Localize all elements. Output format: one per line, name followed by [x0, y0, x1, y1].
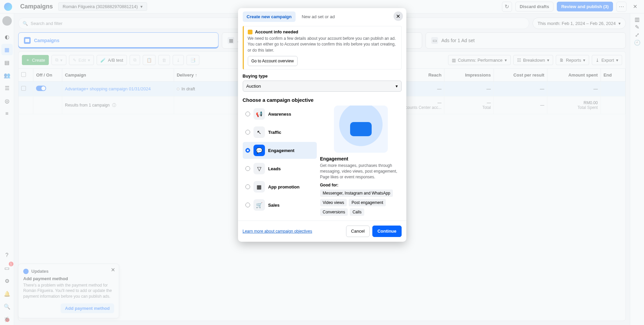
- objective-awareness[interactable]: 📢 Awareness: [243, 106, 317, 122]
- radio-icon: [245, 184, 250, 189]
- objective-sales-label: Sales: [268, 203, 280, 208]
- objective-detail-desc: Get more messages, purchases through mes…: [320, 163, 402, 180]
- buying-type-value: Auction: [246, 84, 261, 89]
- good-for-label: Good for:: [320, 183, 402, 187]
- objective-sales[interactable]: 🛒 Sales: [243, 197, 317, 213]
- create-campaign-modal: ✕ Create new campaign New ad set or ad A…: [238, 8, 406, 242]
- chip-conversions: Conversions: [320, 208, 348, 216]
- megaphone-icon: 📢: [253, 108, 265, 120]
- modal-close-button[interactable]: ✕: [394, 11, 403, 21]
- radio-icon: [245, 148, 250, 153]
- learn-more-link[interactable]: Learn more about campaign objectives: [243, 229, 312, 234]
- radio-icon: [245, 112, 250, 116]
- cursor-icon: ↖: [253, 126, 265, 138]
- chevron-down-icon: ▾: [396, 84, 398, 89]
- modal-tab-new-ad[interactable]: New ad set or ad: [298, 11, 339, 22]
- objective-engagement[interactable]: 💬 Engagement: [243, 142, 317, 159]
- apps-icon: ▦: [253, 181, 265, 193]
- alert-body: We need to confirm a few details about y…: [248, 36, 398, 53]
- objective-engagement-label: Engagement: [268, 148, 295, 153]
- cart-icon: 🛒: [253, 199, 265, 211]
- objective-awareness-label: Awareness: [268, 112, 291, 117]
- cancel-button[interactable]: Cancel: [346, 226, 370, 237]
- funnel-icon: ▽: [253, 163, 265, 174]
- objective-leads-label: Leads: [268, 166, 281, 171]
- radio-icon: [245, 166, 250, 171]
- continue-button[interactable]: Continue: [372, 226, 401, 237]
- modal-tab-create-campaign[interactable]: Create new campaign: [243, 11, 296, 22]
- objective-app-label: App promotion: [268, 184, 300, 189]
- radio-icon: [245, 203, 250, 207]
- modal-overlay[interactable]: ✕ Create new campaign New ad set or ad A…: [0, 0, 644, 325]
- radio-icon: [245, 130, 250, 135]
- objective-list: 📢 Awareness ↖ Traffic 💬 Engagement ▽ Lea…: [243, 106, 317, 215]
- chip-post-engagement: Post engagement: [349, 199, 386, 206]
- chip-calls: Calls: [350, 208, 364, 216]
- account-info-alert: Account info needed We need to confirm a…: [243, 26, 402, 69]
- objective-detail-panel: Engagement Get more messages, purchases …: [320, 106, 402, 215]
- buying-type-select[interactable]: Auction ▾: [243, 81, 402, 92]
- alert-title: Account info needed: [255, 29, 299, 34]
- objective-detail-title: Engagement: [320, 156, 402, 161]
- buying-type-label: Buying type: [243, 73, 402, 79]
- objective-traffic[interactable]: ↖ Traffic: [243, 124, 317, 141]
- warning-icon: [248, 30, 252, 34]
- choose-objective-heading: Choose a campaign objective: [243, 97, 402, 103]
- close-icon: ✕: [396, 13, 400, 20]
- objective-leads[interactable]: ▽ Leads: [243, 160, 317, 177]
- objective-app-promotion[interactable]: ▦ App promotion: [243, 178, 317, 195]
- chat-icon: 💬: [253, 145, 265, 156]
- go-to-account-overview-button[interactable]: Go to Account overview: [248, 56, 298, 66]
- objective-traffic-label: Traffic: [268, 130, 281, 135]
- engagement-illustration-icon: [334, 106, 388, 153]
- chip-messenger: Messenger, Instagram and WhatsApp: [320, 189, 393, 197]
- chip-video-views: Video views: [320, 199, 347, 206]
